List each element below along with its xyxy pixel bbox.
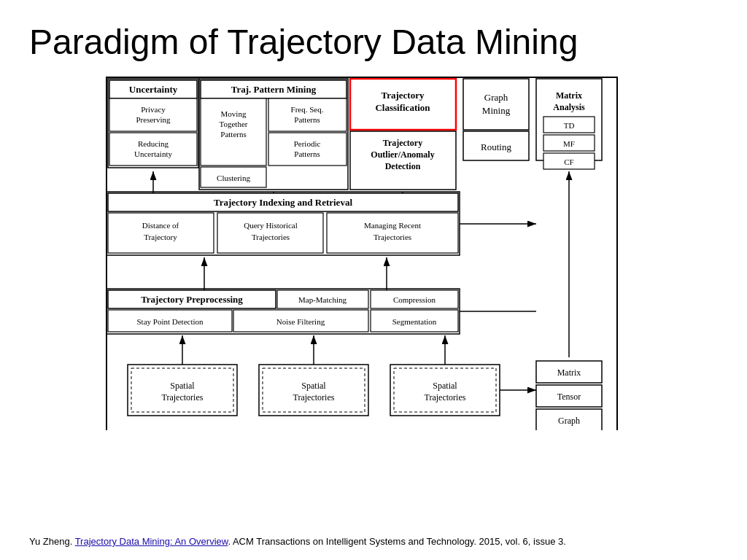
svg-text:Graph: Graph — [484, 92, 508, 103]
svg-text:Graph: Graph — [558, 416, 580, 426]
svg-text:Mining: Mining — [482, 105, 511, 116]
svg-text:Patterns: Patterns — [220, 130, 246, 139]
svg-text:Privacy: Privacy — [141, 105, 166, 114]
svg-text:Classification: Classification — [375, 102, 430, 113]
svg-text:Uncertainty: Uncertainty — [134, 149, 172, 158]
svg-text:Noise Filtering: Noise Filtering — [276, 317, 325, 326]
svg-text:Trajectories: Trajectories — [252, 233, 290, 241]
svg-text:Map-Matching: Map-Matching — [298, 295, 347, 304]
svg-text:Uncertainty: Uncertainty — [129, 84, 178, 95]
svg-text:Trajectories: Trajectories — [374, 233, 411, 241]
svg-text:Patterns: Patterns — [294, 149, 320, 158]
svg-text:Stay Point Detection: Stay Point Detection — [136, 317, 204, 326]
svg-text:TD: TD — [564, 121, 575, 130]
svg-text:MF: MF — [563, 139, 575, 148]
svg-text:Trajectory Preprocessing: Trajectory Preprocessing — [141, 294, 243, 305]
footer-link[interactable]: Trajectory Data Mining: An Overview — [75, 536, 228, 547]
svg-text:Distance of: Distance of — [142, 221, 179, 230]
svg-text:Trajectories: Trajectories — [162, 392, 204, 402]
svg-text:Tensor: Tensor — [557, 392, 581, 402]
svg-text:Trajectories: Trajectories — [425, 392, 466, 402]
svg-text:Trajectory: Trajectory — [382, 90, 425, 101]
svg-text:Outlier/Anomaly: Outlier/Anomaly — [371, 149, 434, 160]
page-title: Paradigm of Trajectory Data Mining — [0, 0, 747, 69]
svg-text:Together: Together — [220, 120, 248, 128]
svg-text:Segmentation: Segmentation — [392, 317, 437, 326]
svg-text:Reducing: Reducing — [138, 139, 169, 148]
svg-text:Matrix: Matrix — [556, 90, 582, 101]
svg-text:Trajectories: Trajectories — [293, 392, 335, 402]
footer-prefix: Yu Zheng. — [29, 536, 75, 547]
svg-text:Spatial: Spatial — [170, 381, 195, 391]
svg-text:Patterns: Patterns — [294, 115, 320, 124]
svg-rect-33 — [463, 79, 529, 130]
svg-text:Traj. Pattern Mining: Traj. Pattern Mining — [231, 84, 317, 95]
svg-text:Routing: Routing — [481, 141, 511, 152]
footer-suffix: . ACM Transactions on Intelligent System… — [228, 536, 565, 547]
svg-text:Matrix: Matrix — [557, 368, 581, 378]
svg-text:Analysis: Analysis — [553, 102, 585, 112]
svg-text:Spatial: Spatial — [433, 381, 457, 391]
svg-text:Periodic: Periodic — [294, 139, 321, 148]
svg-text:Detection: Detection — [385, 161, 421, 171]
svg-text:Trajectory Indexing and Retrie: Trajectory Indexing and Retrieval — [214, 197, 352, 208]
svg-text:Spatial: Spatial — [301, 381, 326, 391]
svg-text:Query Historical: Query Historical — [244, 221, 298, 230]
footer: Yu Zheng. Trajectory Data Mining: An Ove… — [29, 536, 566, 547]
svg-text:CF: CF — [564, 158, 573, 166]
svg-text:Clustering: Clustering — [217, 174, 250, 182]
diagram-container: Uncertainty Privacy Preserving Reducing … — [88, 73, 635, 430]
svg-text:Trajectory: Trajectory — [383, 138, 422, 148]
svg-text:Preserving: Preserving — [136, 115, 171, 124]
svg-text:Managing Recent: Managing Recent — [364, 221, 421, 230]
svg-text:Moving: Moving — [221, 109, 247, 118]
diagram-svg: Uncertainty Privacy Preserving Reducing … — [88, 73, 635, 430]
svg-text:Trajectory: Trajectory — [144, 233, 177, 241]
svg-text:Compression: Compression — [393, 295, 436, 304]
svg-text:Freq. Seq.: Freq. Seq. — [291, 105, 324, 114]
